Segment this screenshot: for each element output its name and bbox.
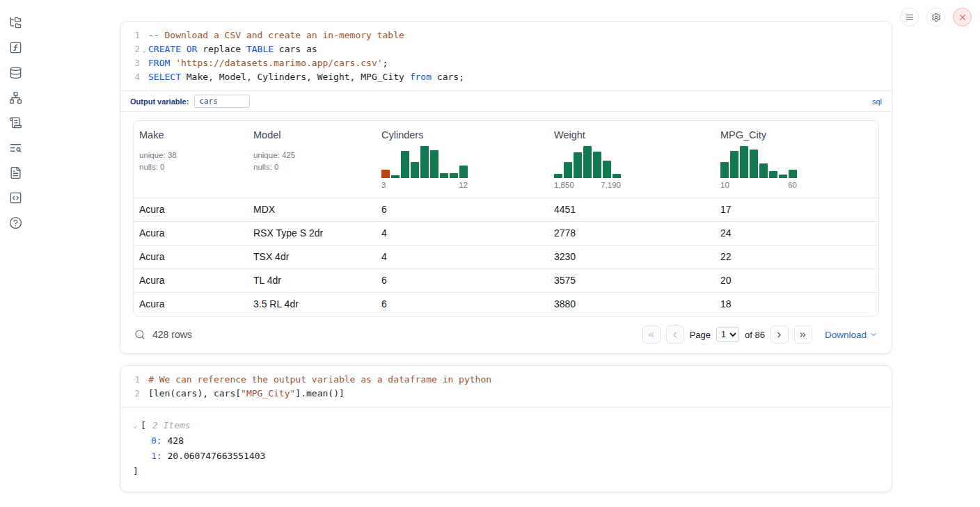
table-body: AcuraMDX6445117AcuraRSX Type S 2dr427782… bbox=[134, 198, 878, 316]
sql-cell: 12⌄34 -- Download a CSV and create an in… bbox=[120, 21, 892, 354]
documentation-icon[interactable] bbox=[7, 164, 24, 181]
column-header[interactable]: Cylinders312 bbox=[376, 121, 548, 198]
settings-gear-icon[interactable] bbox=[926, 8, 945, 26]
notebook-controls bbox=[900, 8, 972, 26]
table-cell: 3.5 RL 4dr bbox=[248, 293, 376, 316]
column-header[interactable]: MPG_City1060 bbox=[715, 121, 878, 198]
table-cell: 3880 bbox=[548, 293, 715, 316]
python-cell: 12 # We can reference the output variabl… bbox=[120, 365, 892, 492]
file-explorer-icon[interactable] bbox=[7, 14, 24, 31]
table-cell: TSX 4dr bbox=[248, 246, 376, 268]
menu-icon[interactable] bbox=[900, 8, 919, 26]
table-row[interactable]: AcuraTSX 4dr4323022 bbox=[134, 245, 878, 268]
search-icon[interactable] bbox=[134, 329, 145, 340]
datasources-icon[interactable] bbox=[7, 64, 24, 81]
tree-entries: 0: 4281: 20.060747663551403 bbox=[133, 433, 880, 464]
table-cell: 3575 bbox=[548, 269, 715, 292]
table-header-row: Makeunique: 38nulls: 0Modelunique: 425nu… bbox=[134, 121, 878, 198]
snippets-icon[interactable] bbox=[7, 189, 24, 206]
python-code-editor[interactable]: 12 # We can reference the output variabl… bbox=[120, 366, 892, 407]
page-total: of 86 bbox=[745, 330, 765, 340]
table-cell: 2778 bbox=[548, 222, 715, 245]
table-cell: MDX bbox=[248, 198, 376, 221]
table-cell: 4 bbox=[376, 222, 548, 245]
row-count: 428 rows bbox=[152, 329, 192, 340]
table-cell: 6 bbox=[376, 198, 548, 221]
shutdown-close-icon[interactable] bbox=[953, 8, 972, 26]
table-cell: 20 bbox=[715, 269, 878, 292]
output-variable-label: Output variable: bbox=[130, 97, 189, 106]
table-row[interactable]: Acura3.5 RL 4dr6388018 bbox=[134, 292, 878, 316]
download-button[interactable]: Download bbox=[825, 330, 878, 340]
logs-icon[interactable] bbox=[7, 139, 24, 156]
table-output: Makeunique: 38nulls: 0Modelunique: 425nu… bbox=[120, 111, 892, 353]
scratchpad-icon[interactable] bbox=[7, 114, 24, 131]
collapse-icon[interactable]: ⌄ bbox=[133, 418, 137, 433]
column-name: Make bbox=[139, 129, 242, 140]
python-lines: # We can reference the output variable a… bbox=[140, 373, 491, 401]
column-summary: unique: 425nulls: 0 bbox=[253, 150, 370, 172]
table-cell: 6 bbox=[376, 293, 548, 316]
table-cell: Acura bbox=[134, 246, 248, 268]
table-cell: Acura bbox=[134, 293, 248, 316]
first-page-button[interactable] bbox=[642, 325, 661, 344]
table-cell: TL 4dr bbox=[248, 269, 376, 292]
column-histogram: 312 bbox=[381, 145, 468, 189]
table-cell: 6 bbox=[376, 269, 548, 292]
python-gutter: 12 bbox=[120, 373, 140, 401]
table-cell: Acura bbox=[134, 222, 248, 245]
notebook-cells: 12⌄34 -- Download a CSV and create an in… bbox=[120, 21, 892, 492]
dependency-graph-icon[interactable] bbox=[7, 89, 24, 106]
page-select[interactable]: 1 bbox=[716, 327, 739, 342]
table-cell: RSX Type S 2dr bbox=[248, 222, 376, 245]
tree-entry: 0: 428 bbox=[133, 433, 880, 449]
table-cell: Acura bbox=[134, 198, 248, 221]
last-page-button[interactable] bbox=[794, 325, 812, 344]
column-histogram: 1,8507,190 bbox=[554, 145, 621, 189]
sql-code-editor[interactable]: 12⌄34 -- Download a CSV and create an in… bbox=[120, 22, 892, 90]
close-bracket: ] bbox=[133, 464, 880, 479]
next-page-button[interactable] bbox=[770, 325, 789, 344]
tree-entry: 1: 20.060747663551403 bbox=[133, 449, 880, 464]
table-row[interactable]: AcuraMDX6445117 bbox=[134, 198, 878, 221]
table-cell: 3230 bbox=[548, 246, 715, 268]
python-output: ⌄ [ 2 Items 0: 4281: 20.060747663551403 … bbox=[120, 407, 892, 492]
tree-root: ⌄ [ 2 Items bbox=[133, 418, 880, 433]
column-name: Weight bbox=[554, 129, 709, 140]
data-table: Makeunique: 38nulls: 0Modelunique: 425nu… bbox=[133, 120, 879, 316]
output-variable-input[interactable] bbox=[194, 95, 250, 108]
language-badge: sql bbox=[872, 97, 882, 106]
helper-panel-rail bbox=[0, 0, 31, 507]
column-header[interactable]: Weight1,8507,190 bbox=[548, 121, 715, 198]
fold-chevron-icon[interactable]: ⌄ bbox=[142, 43, 146, 57]
table-cell: 24 bbox=[715, 222, 878, 245]
column-summary: unique: 38nulls: 0 bbox=[139, 150, 242, 172]
table-cell: 4451 bbox=[548, 198, 715, 221]
prev-page-button[interactable] bbox=[666, 325, 684, 344]
download-label: Download bbox=[825, 330, 867, 340]
sql-lines: -- Download a CSV and create an in-memor… bbox=[140, 29, 464, 84]
table-row[interactable]: AcuraRSX Type S 2dr4277824 bbox=[134, 221, 878, 245]
items-count: 2 Items bbox=[152, 418, 191, 433]
column-name: Cylinders bbox=[381, 129, 543, 140]
table-cell: 17 bbox=[715, 198, 878, 221]
table-row[interactable]: AcuraTL 4dr6357520 bbox=[134, 268, 878, 292]
page-label: Page bbox=[690, 330, 711, 340]
column-header[interactable]: Makeunique: 38nulls: 0 bbox=[134, 121, 248, 198]
help-icon[interactable] bbox=[7, 214, 24, 231]
table-cell: 18 bbox=[715, 293, 878, 316]
column-name: Model bbox=[253, 129, 370, 140]
chevron-down-icon bbox=[869, 330, 878, 339]
table-cell: 4 bbox=[376, 246, 548, 268]
table-cell: 22 bbox=[715, 246, 878, 268]
helper-functions-icon[interactable] bbox=[7, 39, 24, 56]
column-name: MPG_City bbox=[720, 129, 873, 140]
column-header[interactable]: Modelunique: 425nulls: 0 bbox=[248, 121, 376, 198]
output-variable-row: Output variable: sql bbox=[120, 90, 892, 111]
open-bracket: [ bbox=[141, 418, 146, 433]
table-footer: 428 rows Page 1 of 86 Download bbox=[133, 316, 879, 345]
column-histogram: 1060 bbox=[720, 145, 797, 189]
sql-gutter: 12⌄34 bbox=[120, 29, 140, 84]
table-cell: Acura bbox=[134, 269, 248, 292]
